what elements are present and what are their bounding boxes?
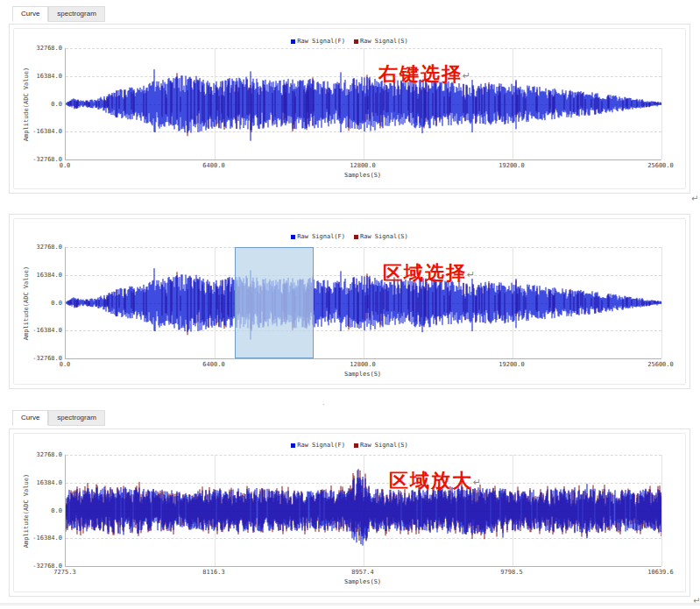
- legend-item: Raw Signal(S): [354, 233, 408, 240]
- x-tick-label: 12800.0: [336, 361, 389, 368]
- x-axis-title: Samples(S): [310, 578, 415, 585]
- waveform-svg: [66, 455, 661, 566]
- chart-legend: Raw Signal(F)Raw Signal(S): [14, 38, 685, 45]
- x-tick-label: 0.0: [39, 162, 91, 169]
- annotation-label: 区域选择↵: [383, 260, 475, 287]
- legend-item: Raw Signal(F): [291, 442, 345, 449]
- tab-spectrogram[interactable]: spectrogram: [48, 410, 104, 426]
- tab-bar-top: Curve spectrogram: [12, 6, 105, 22]
- x-tick-label: 19200.0: [485, 162, 538, 169]
- y-tick-label: 32768.0: [22, 451, 62, 458]
- v-gridline: [661, 455, 662, 566]
- legend-marker-icon: [354, 235, 358, 239]
- y-tick-label: 0.0: [22, 507, 62, 514]
- x-tick-label: 7275.3: [39, 569, 91, 576]
- legend-marker-icon: [291, 39, 295, 44]
- paragraph-mark: ↵: [473, 477, 481, 487]
- paragraph-mark: ↵: [691, 194, 698, 203]
- plot-area[interactable]: [65, 455, 661, 567]
- legend-item: Raw Signal(S): [354, 442, 408, 449]
- plot-area[interactable]: [65, 247, 661, 359]
- legend-marker-icon: [354, 443, 358, 448]
- x-tick-label: 25600.0: [634, 162, 687, 169]
- raw-signal-f-trace: [66, 469, 661, 545]
- waveform-svg: [66, 247, 661, 358]
- chart-legend: Raw Signal(F)Raw Signal(S): [14, 442, 685, 449]
- paragraph-mark: ↵: [463, 70, 470, 81]
- annotation-label: 区域放大↵: [389, 468, 481, 494]
- legend-marker-icon: [291, 235, 295, 239]
- legend-label: Raw Signal(F): [297, 442, 345, 449]
- v-gridline: [661, 48, 662, 159]
- paragraph-mark: ↵: [467, 269, 475, 280]
- x-tick-label: 8957.4: [336, 569, 389, 576]
- x-tick-label: 0.0: [39, 361, 91, 368]
- waveform-panel-1: Raw Signal(F)Raw Signal(S)Amplitude(ADC …: [9, 24, 690, 194]
- legend-label: Raw Signal(S): [360, 442, 408, 449]
- legend-label: Raw Signal(S): [360, 38, 408, 45]
- x-tick-label: 19200.0: [485, 361, 538, 368]
- x-axis-title: Samples(S): [310, 172, 415, 179]
- legend-marker-icon: [291, 443, 295, 448]
- annotation-label: 右键选择↵: [378, 61, 470, 88]
- v-gridline: [661, 247, 662, 358]
- y-tick-label: 16384.0: [22, 479, 62, 486]
- legend-item: Raw Signal(S): [354, 38, 408, 45]
- x-tick-label: 8116.3: [187, 569, 240, 576]
- x-tick-label: 10639.6: [634, 569, 687, 576]
- y-tick-label: -16384.0: [22, 327, 62, 334]
- text-dot: .: [322, 399, 324, 407]
- y-tick-label: 0.0: [22, 101, 62, 108]
- waveform-panel-2: Raw Signal(F)Raw Signal(S)Amplitude(ADC …: [9, 214, 690, 389]
- legend-label: Raw Signal(S): [360, 233, 408, 240]
- x-tick-label: 6400.0: [187, 361, 240, 368]
- y-tick-label: 0.0: [22, 300, 62, 307]
- tab-bar-bottom: Curve spectrogram: [12, 410, 105, 426]
- x-tick-label: 25600.0: [634, 361, 687, 368]
- tab-curve[interactable]: Curve: [12, 410, 48, 426]
- x-tick-label: 12800.0: [336, 162, 389, 169]
- panel-frame: Raw Signal(F)Raw Signal(S)Amplitude(ADC …: [13, 28, 686, 189]
- waveform-svg: [66, 48, 661, 159]
- raw-signal-f-trace: [66, 268, 661, 340]
- paragraph-mark: ↵: [693, 596, 700, 605]
- legend-item: Raw Signal(F): [291, 233, 345, 240]
- x-tick-label: 9798.5: [485, 569, 538, 576]
- tab-curve[interactable]: Curve: [12, 6, 48, 22]
- y-tick-label: 16384.0: [22, 73, 62, 80]
- y-tick-label: 32768.0: [22, 45, 62, 52]
- page-bottom-rule: [0, 603, 700, 605]
- y-tick-label: -16384.0: [22, 128, 62, 135]
- plot-area[interactable]: [65, 48, 661, 160]
- x-axis-title: Samples(S): [310, 371, 415, 378]
- chart-legend: Raw Signal(F)Raw Signal(S): [14, 233, 685, 240]
- y-tick-label: -16384.0: [22, 535, 62, 542]
- panel-frame: Raw Signal(F)Raw Signal(S)Amplitude(ADC …: [13, 218, 686, 385]
- x-tick-label: 6400.0: [187, 162, 240, 169]
- selection-overlay[interactable]: [235, 247, 313, 358]
- waveform-chart-3[interactable]: Raw Signal(F)Raw Signal(S)Amplitude(ADC …: [14, 434, 685, 591]
- panel-frame: Raw Signal(F)Raw Signal(S)Amplitude(ADC …: [13, 433, 686, 592]
- waveform-panel-3: Raw Signal(F)Raw Signal(S)Amplitude(ADC …: [9, 428, 690, 597]
- legend-label: Raw Signal(F): [297, 233, 345, 240]
- waveform-chart-1[interactable]: Raw Signal(F)Raw Signal(S)Amplitude(ADC …: [14, 29, 685, 188]
- legend-marker-icon: [354, 39, 358, 44]
- legend-label: Raw Signal(F): [297, 38, 345, 45]
- tab-spectrogram[interactable]: spectrogram: [48, 6, 104, 22]
- raw-signal-f-trace: [66, 69, 661, 141]
- y-tick-label: 32768.0: [22, 244, 62, 251]
- document-page: Curve spectrogram Raw Signal(F)Raw Signa…: [0, 0, 700, 609]
- waveform-chart-2[interactable]: Raw Signal(F)Raw Signal(S)Amplitude(ADC …: [14, 219, 685, 384]
- y-tick-label: 16384.0: [22, 272, 62, 279]
- legend-item: Raw Signal(F): [291, 38, 345, 45]
